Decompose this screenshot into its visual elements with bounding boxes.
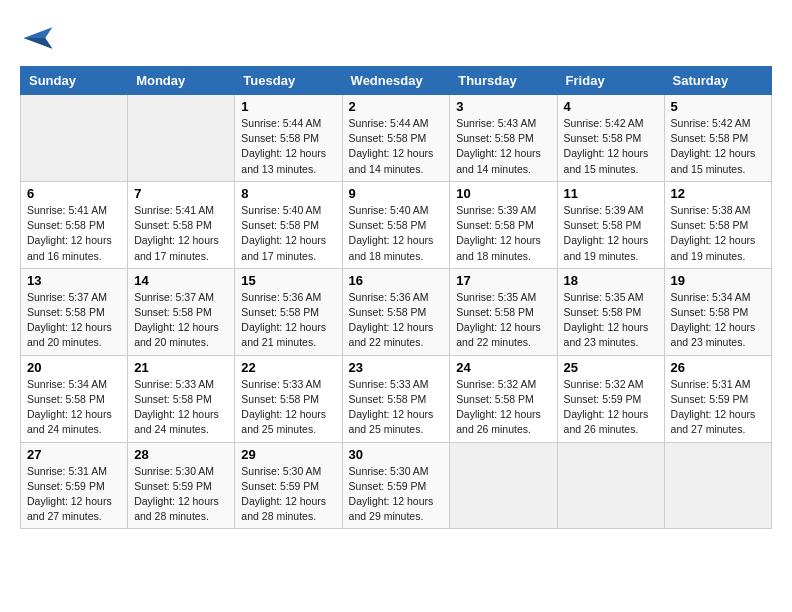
- calendar-cell: 14Sunrise: 5:37 AM Sunset: 5:58 PM Dayli…: [128, 268, 235, 355]
- calendar-cell: 9Sunrise: 5:40 AM Sunset: 5:58 PM Daylig…: [342, 181, 450, 268]
- day-info: Sunrise: 5:42 AM Sunset: 5:58 PM Dayligh…: [564, 116, 658, 177]
- day-number: 3: [456, 99, 550, 114]
- day-info: Sunrise: 5:36 AM Sunset: 5:58 PM Dayligh…: [349, 290, 444, 351]
- day-number: 25: [564, 360, 658, 375]
- day-number: 14: [134, 273, 228, 288]
- day-number: 26: [671, 360, 765, 375]
- calendar-cell: 20Sunrise: 5:34 AM Sunset: 5:58 PM Dayli…: [21, 355, 128, 442]
- day-number: 18: [564, 273, 658, 288]
- day-number: 20: [27, 360, 121, 375]
- day-number: 5: [671, 99, 765, 114]
- calendar-cell: [557, 442, 664, 529]
- calendar-cell: 26Sunrise: 5:31 AM Sunset: 5:59 PM Dayli…: [664, 355, 771, 442]
- logo-icon: [20, 20, 56, 56]
- day-number: 17: [456, 273, 550, 288]
- calendar-week-1: 6Sunrise: 5:41 AM Sunset: 5:58 PM Daylig…: [21, 181, 772, 268]
- calendar-cell: 23Sunrise: 5:33 AM Sunset: 5:58 PM Dayli…: [342, 355, 450, 442]
- calendar-cell: 24Sunrise: 5:32 AM Sunset: 5:58 PM Dayli…: [450, 355, 557, 442]
- page-header: [20, 20, 772, 56]
- calendar-cell: 7Sunrise: 5:41 AM Sunset: 5:58 PM Daylig…: [128, 181, 235, 268]
- calendar-cell: 5Sunrise: 5:42 AM Sunset: 5:58 PM Daylig…: [664, 95, 771, 182]
- calendar-body: 1Sunrise: 5:44 AM Sunset: 5:58 PM Daylig…: [21, 95, 772, 529]
- day-header-saturday: Saturday: [664, 67, 771, 95]
- day-info: Sunrise: 5:40 AM Sunset: 5:58 PM Dayligh…: [241, 203, 335, 264]
- calendar-cell: 6Sunrise: 5:41 AM Sunset: 5:58 PM Daylig…: [21, 181, 128, 268]
- day-number: 1: [241, 99, 335, 114]
- day-number: 28: [134, 447, 228, 462]
- day-number: 13: [27, 273, 121, 288]
- day-info: Sunrise: 5:30 AM Sunset: 5:59 PM Dayligh…: [349, 464, 444, 525]
- calendar-week-0: 1Sunrise: 5:44 AM Sunset: 5:58 PM Daylig…: [21, 95, 772, 182]
- day-number: 4: [564, 99, 658, 114]
- day-number: 16: [349, 273, 444, 288]
- day-number: 21: [134, 360, 228, 375]
- day-info: Sunrise: 5:43 AM Sunset: 5:58 PM Dayligh…: [456, 116, 550, 177]
- day-info: Sunrise: 5:33 AM Sunset: 5:58 PM Dayligh…: [349, 377, 444, 438]
- day-number: 29: [241, 447, 335, 462]
- day-info: Sunrise: 5:44 AM Sunset: 5:58 PM Dayligh…: [349, 116, 444, 177]
- calendar-week-4: 27Sunrise: 5:31 AM Sunset: 5:59 PM Dayli…: [21, 442, 772, 529]
- day-info: Sunrise: 5:35 AM Sunset: 5:58 PM Dayligh…: [456, 290, 550, 351]
- day-info: Sunrise: 5:41 AM Sunset: 5:58 PM Dayligh…: [27, 203, 121, 264]
- day-info: Sunrise: 5:32 AM Sunset: 5:58 PM Dayligh…: [456, 377, 550, 438]
- calendar-cell: 15Sunrise: 5:36 AM Sunset: 5:58 PM Dayli…: [235, 268, 342, 355]
- day-info: Sunrise: 5:32 AM Sunset: 5:59 PM Dayligh…: [564, 377, 658, 438]
- day-number: 8: [241, 186, 335, 201]
- calendar-week-2: 13Sunrise: 5:37 AM Sunset: 5:58 PM Dayli…: [21, 268, 772, 355]
- day-info: Sunrise: 5:30 AM Sunset: 5:59 PM Dayligh…: [241, 464, 335, 525]
- day-number: 24: [456, 360, 550, 375]
- calendar-cell: 29Sunrise: 5:30 AM Sunset: 5:59 PM Dayli…: [235, 442, 342, 529]
- calendar-cell: 11Sunrise: 5:39 AM Sunset: 5:58 PM Dayli…: [557, 181, 664, 268]
- day-info: Sunrise: 5:33 AM Sunset: 5:58 PM Dayligh…: [134, 377, 228, 438]
- day-number: 12: [671, 186, 765, 201]
- calendar-cell: 16Sunrise: 5:36 AM Sunset: 5:58 PM Dayli…: [342, 268, 450, 355]
- day-number: 23: [349, 360, 444, 375]
- day-info: Sunrise: 5:42 AM Sunset: 5:58 PM Dayligh…: [671, 116, 765, 177]
- logo: [20, 20, 60, 56]
- calendar-cell: 25Sunrise: 5:32 AM Sunset: 5:59 PM Dayli…: [557, 355, 664, 442]
- day-info: Sunrise: 5:39 AM Sunset: 5:58 PM Dayligh…: [456, 203, 550, 264]
- calendar-cell: 27Sunrise: 5:31 AM Sunset: 5:59 PM Dayli…: [21, 442, 128, 529]
- calendar-cell: [664, 442, 771, 529]
- day-info: Sunrise: 5:33 AM Sunset: 5:58 PM Dayligh…: [241, 377, 335, 438]
- calendar-cell: [450, 442, 557, 529]
- calendar-cell: 10Sunrise: 5:39 AM Sunset: 5:58 PM Dayli…: [450, 181, 557, 268]
- day-info: Sunrise: 5:44 AM Sunset: 5:58 PM Dayligh…: [241, 116, 335, 177]
- day-number: 11: [564, 186, 658, 201]
- calendar-cell: 4Sunrise: 5:42 AM Sunset: 5:58 PM Daylig…: [557, 95, 664, 182]
- day-header-wednesday: Wednesday: [342, 67, 450, 95]
- day-info: Sunrise: 5:35 AM Sunset: 5:58 PM Dayligh…: [564, 290, 658, 351]
- day-number: 7: [134, 186, 228, 201]
- day-number: 30: [349, 447, 444, 462]
- calendar-cell: 8Sunrise: 5:40 AM Sunset: 5:58 PM Daylig…: [235, 181, 342, 268]
- day-header-monday: Monday: [128, 67, 235, 95]
- calendar-cell: 13Sunrise: 5:37 AM Sunset: 5:58 PM Dayli…: [21, 268, 128, 355]
- calendar-header: SundayMondayTuesdayWednesdayThursdayFrid…: [21, 67, 772, 95]
- calendar-cell: 18Sunrise: 5:35 AM Sunset: 5:58 PM Dayli…: [557, 268, 664, 355]
- calendar-cell: [21, 95, 128, 182]
- day-header-sunday: Sunday: [21, 67, 128, 95]
- day-number: 10: [456, 186, 550, 201]
- calendar-cell: 30Sunrise: 5:30 AM Sunset: 5:59 PM Dayli…: [342, 442, 450, 529]
- calendar-cell: 2Sunrise: 5:44 AM Sunset: 5:58 PM Daylig…: [342, 95, 450, 182]
- day-info: Sunrise: 5:38 AM Sunset: 5:58 PM Dayligh…: [671, 203, 765, 264]
- day-info: Sunrise: 5:36 AM Sunset: 5:58 PM Dayligh…: [241, 290, 335, 351]
- day-info: Sunrise: 5:31 AM Sunset: 5:59 PM Dayligh…: [671, 377, 765, 438]
- day-info: Sunrise: 5:40 AM Sunset: 5:58 PM Dayligh…: [349, 203, 444, 264]
- day-number: 2: [349, 99, 444, 114]
- day-info: Sunrise: 5:37 AM Sunset: 5:58 PM Dayligh…: [27, 290, 121, 351]
- day-info: Sunrise: 5:39 AM Sunset: 5:58 PM Dayligh…: [564, 203, 658, 264]
- calendar-cell: [128, 95, 235, 182]
- day-header-thursday: Thursday: [450, 67, 557, 95]
- calendar-week-3: 20Sunrise: 5:34 AM Sunset: 5:58 PM Dayli…: [21, 355, 772, 442]
- day-info: Sunrise: 5:34 AM Sunset: 5:58 PM Dayligh…: [27, 377, 121, 438]
- day-number: 6: [27, 186, 121, 201]
- calendar-cell: 12Sunrise: 5:38 AM Sunset: 5:58 PM Dayli…: [664, 181, 771, 268]
- calendar-cell: 1Sunrise: 5:44 AM Sunset: 5:58 PM Daylig…: [235, 95, 342, 182]
- day-info: Sunrise: 5:30 AM Sunset: 5:59 PM Dayligh…: [134, 464, 228, 525]
- calendar-cell: 22Sunrise: 5:33 AM Sunset: 5:58 PM Dayli…: [235, 355, 342, 442]
- day-header-friday: Friday: [557, 67, 664, 95]
- day-info: Sunrise: 5:31 AM Sunset: 5:59 PM Dayligh…: [27, 464, 121, 525]
- calendar-cell: 21Sunrise: 5:33 AM Sunset: 5:58 PM Dayli…: [128, 355, 235, 442]
- day-number: 15: [241, 273, 335, 288]
